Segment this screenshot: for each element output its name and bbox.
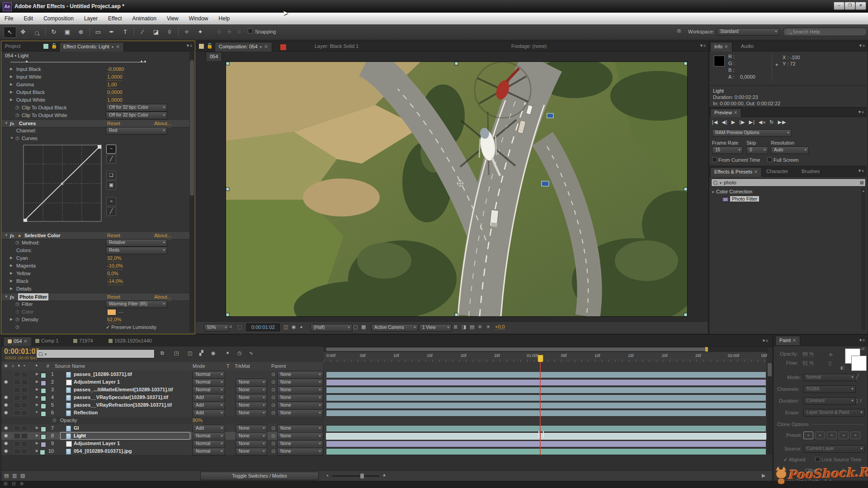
about-link[interactable]: About... xyxy=(154,293,171,301)
layer-row[interactable]: ◉ ▼ 6 Reflection Add None ⊙ None xyxy=(1,409,323,417)
magnification-dropdown[interactable]: 50% xyxy=(204,324,229,332)
stopwatch-icon[interactable]: ◷ xyxy=(15,112,19,119)
property-value[interactable]: -0,0080 xyxy=(107,66,124,73)
label-swatch[interactable] xyxy=(41,411,46,417)
flowchart-icon[interactable]: ⁜ xyxy=(478,324,482,330)
selection-tool-icon[interactable]: ↖ xyxy=(4,27,16,38)
preserve-luminosity-checkbox[interactable]: ✓ Preserve Luminosity xyxy=(106,324,156,331)
property-value[interactable]: 32,0% xyxy=(107,254,121,262)
chevron-down-icon[interactable]: ▼ xyxy=(111,45,114,49)
parent-dropdown[interactable]: None xyxy=(277,425,323,432)
property-value[interactable]: -10,0% xyxy=(107,262,123,270)
parent-dropdown[interactable]: None xyxy=(277,394,323,402)
pickwhip-icon[interactable]: ⊙ xyxy=(271,401,275,408)
clone-preset-3-icon[interactable]: ⌖ xyxy=(827,432,837,439)
layer-duration-bar-selected[interactable] xyxy=(326,433,766,440)
play-button[interactable]: ▶ xyxy=(731,119,736,125)
smooth-curve-icon[interactable]: ≈ xyxy=(106,197,116,206)
trkmat-dropdown[interactable]: None xyxy=(236,425,267,432)
timeline-zoom-slider[interactable] xyxy=(332,475,379,477)
menu-effect[interactable]: Effect xyxy=(104,13,126,22)
ram-preview-options-dropdown[interactable]: RAM Preview Options xyxy=(712,129,792,137)
background-color-swatch[interactable] xyxy=(851,356,867,371)
layer-row[interactable]: ◉ ▶ 2 Adjustment Layer 1 Normal None ⊙ N… xyxy=(1,378,323,386)
trkmat-dropdown[interactable]: None xyxy=(236,386,267,394)
collapse-icon[interactable]: ▼ xyxy=(35,409,38,416)
layer-row[interactable]: ▶ 1 passes_[10289-10371].tif Normal ⊙ No… xyxy=(1,371,323,379)
label-swatch[interactable] xyxy=(41,380,46,386)
expand-icon[interactable]: ▶ xyxy=(36,371,38,378)
parent-dropdown[interactable]: None xyxy=(277,371,323,379)
menu-view[interactable]: View xyxy=(162,13,183,22)
stopwatch-icon[interactable]: ◷ xyxy=(15,135,19,142)
next-frame-button[interactable]: |▶ xyxy=(739,119,745,125)
property-value[interactable]: 1,0000 xyxy=(107,73,123,81)
layer-name[interactable]: Adjustment Layer 1 xyxy=(74,440,120,447)
resolution-dropdown[interactable]: (Half) xyxy=(311,324,352,332)
composition-mini-flowchart-icon[interactable]: ⧉ xyxy=(160,350,164,356)
layer-row-selected[interactable]: ◉ ▶ 8 Light Normal None ⊙ None xyxy=(1,432,323,440)
timeline-tab-71974[interactable]: 71974 xyxy=(69,337,97,346)
pin-tool-icon[interactable]: ✦ xyxy=(194,27,206,37)
label-swatch[interactable] xyxy=(41,404,46,409)
mode-dropdown[interactable]: Add xyxy=(193,402,225,409)
collapse-icon[interactable]: ▼ xyxy=(5,293,8,300)
open-curve-icon[interactable]: ❏ xyxy=(106,171,116,180)
auto-keyframe-icon[interactable]: ◷ xyxy=(237,350,242,356)
clone-preset-1-icon[interactable]: ⌖ xyxy=(803,432,813,439)
hand-tool-icon[interactable]: ✥ xyxy=(17,27,29,37)
effect-title-selected[interactable]: Photo Filter xyxy=(18,293,48,300)
layer-name[interactable]: passes_[10289-10371].tif xyxy=(74,371,132,378)
parent-dropdown[interactable]: None xyxy=(277,379,323,386)
stopwatch-icon[interactable]: ◷ xyxy=(52,417,57,424)
panel-menu-icon[interactable]: ▼≡ xyxy=(185,43,193,49)
graph-editor-icon[interactable]: ∿ xyxy=(249,350,253,356)
trkmat-dropdown[interactable]: None xyxy=(236,394,267,402)
expand-icon[interactable]: ▶ xyxy=(10,73,13,80)
layer-row[interactable]: ◉ ▶ 10 054_[010289-010371].jpg Normal No… xyxy=(1,447,323,455)
tab-character[interactable]: Character xyxy=(763,167,792,176)
pickwhip-icon[interactable]: ⊙ xyxy=(271,378,275,385)
pickwhip-icon[interactable]: ⊙ xyxy=(271,432,275,439)
eye-icon[interactable]: ◉ xyxy=(4,440,11,447)
timeline-tab-1628[interactable]: 1628-1920x1440 xyxy=(104,337,156,346)
tab-composition[interactable]: Composition: 054 ▼ ✕ xyxy=(215,42,272,52)
parent-dropdown[interactable]: None xyxy=(277,386,323,394)
col-source-name[interactable]: Source Name xyxy=(55,363,85,369)
expand-icon[interactable]: ▶ xyxy=(36,394,38,401)
expand-icon[interactable]: ▶ xyxy=(36,440,38,447)
timeline-tab-comp1[interactable]: Comp 1 xyxy=(31,337,62,346)
expand-icon[interactable]: ▶ xyxy=(10,262,13,269)
clip-output-white-dropdown[interactable]: Off for 32 bpc Color xyxy=(106,112,167,119)
clip-output-black-dropdown[interactable]: Off for 32 bpc Color xyxy=(106,104,167,112)
close-tab-icon[interactable]: ✕ xyxy=(792,338,796,343)
pencil-tool-icon[interactable]: ╱ xyxy=(106,155,116,164)
panel-menu-icon[interactable]: ▼≡ xyxy=(858,338,866,343)
default-colors-icon[interactable]: ◧ xyxy=(840,366,844,370)
timeline-tab-054[interactable]: 054 ✕ xyxy=(3,337,32,346)
menu-help[interactable]: Help xyxy=(214,13,235,22)
menu-animation[interactable]: Animation xyxy=(128,13,161,22)
expand-icon[interactable]: ▶ xyxy=(36,447,38,455)
audio-button[interactable]: ◀» xyxy=(759,119,766,125)
draft-3d-icon[interactable]: ◳ xyxy=(174,350,179,356)
snapping-checkbox[interactable] xyxy=(248,28,253,34)
close-tab-icon[interactable]: ✕ xyxy=(23,338,27,344)
clone-stamp-tool-icon[interactable]: ◪ xyxy=(150,27,162,37)
timeline-search-input[interactable]: ▼ xyxy=(36,349,155,358)
panel-menu-icon[interactable]: ▼≡ xyxy=(857,110,865,115)
tab-footage[interactable]: Footage: (none) xyxy=(508,42,550,51)
clone-preset-2-icon[interactable]: ⌖ xyxy=(815,432,825,439)
skip-dropdown[interactable]: 0 xyxy=(746,146,768,154)
curve-tool-icon[interactable]: ~ xyxy=(106,145,116,154)
current-timecode[interactable]: 0:00:01:02 xyxy=(4,347,39,356)
mode-dropdown[interactable]: Normal xyxy=(193,371,225,379)
clone-source-dropdown[interactable]: Current Layer xyxy=(803,445,865,453)
timeline-button-icon[interactable]: ▤ xyxy=(470,324,474,330)
layer-name[interactable]: passes__VRayRefraction[10289-10371].tif xyxy=(74,401,172,408)
tab-audio[interactable]: Audio xyxy=(737,42,757,51)
pan-behind-tool-icon[interactable]: ⊕ xyxy=(75,27,87,37)
stopwatch-icon[interactable]: ◷ xyxy=(15,104,19,111)
close-tab-icon[interactable]: ✕ xyxy=(733,110,737,115)
label-swatch[interactable] xyxy=(41,373,46,378)
